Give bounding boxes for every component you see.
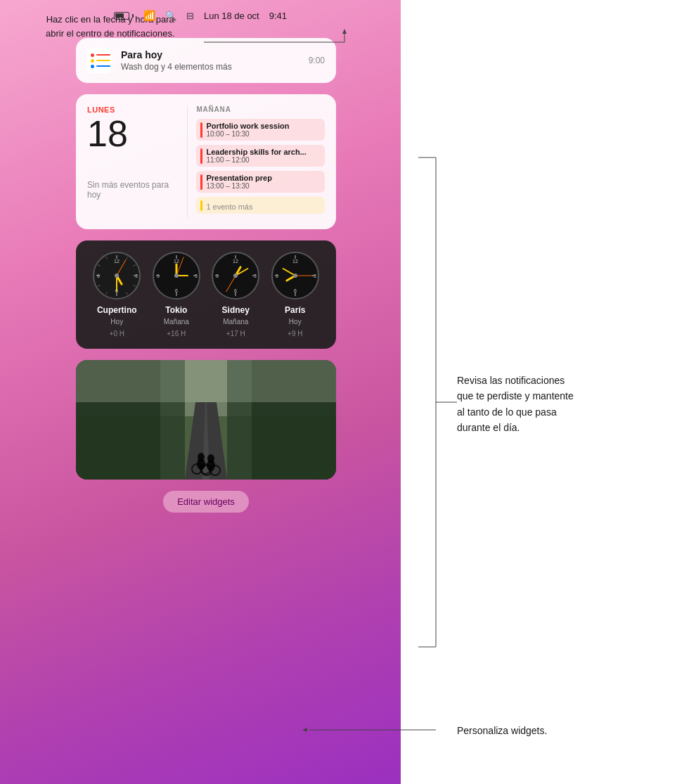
calendar-widget[interactable]: LUNES 18 Sin más eventos para hoy MAÑANA…	[76, 94, 336, 229]
dot-blue	[91, 65, 94, 68]
calendar-event-1[interactable]: Portfolio work session 10:00 – 10:30	[196, 119, 325, 141]
calendar-right: MAÑANA Portfolio work session 10:00 – 10…	[187, 105, 325, 218]
clock-sub-paris: Hoy	[289, 318, 302, 326]
event-info-3: Presentation prep 13:00 – 13:30	[206, 174, 321, 190]
clock-face-paris: 12 6 3 9	[271, 252, 319, 300]
calendar-day-number: 18	[87, 115, 179, 152]
battery-icon	[114, 12, 134, 20]
svg-point-72	[207, 454, 214, 463]
clock-sub-tokio: Mañana	[164, 318, 189, 326]
rem-line-yellow	[96, 60, 110, 61]
reminders-subtitle: Wash dog y 4 elementos más	[121, 62, 300, 72]
calendar-more[interactable]: 1 evento más	[196, 197, 325, 214]
calendar-left: LUNES 18 Sin más eventos para hoy	[87, 105, 187, 218]
clock-city-tokio: Tokio	[165, 305, 187, 315]
dot-red	[91, 53, 94, 57]
svg-point-70	[198, 453, 205, 461]
search-icon: 🔍	[165, 11, 176, 21]
edit-widgets-container: Editar widgets	[76, 491, 336, 520]
event-time-2: 11:00 – 12:00	[206, 156, 321, 164]
event-info-2: Leadership skills for arch... 11:00 – 12…	[206, 148, 321, 164]
menubar-time[interactable]: 9:41	[269, 11, 287, 21]
reminders-widget[interactable]: Para hoy Wash dog y 4 elementos más 9:00	[76, 38, 336, 83]
menubar: 📶 🔍 ⊟ Lun 18 de oct 9:41	[0, 0, 401, 31]
event-bar-more	[200, 200, 202, 211]
calendar-no-events: Sin más eventos para hoy	[87, 180, 179, 200]
svg-text:12: 12	[233, 259, 238, 264]
svg-text:12: 12	[174, 259, 179, 264]
control-center-icon: ⊟	[186, 11, 194, 21]
clock-offset-paris: +9 H	[288, 330, 302, 338]
middle-annotation: Revisa las notificaciones que te perdist…	[457, 373, 574, 436]
svg-text:6: 6	[294, 288, 297, 293]
svg-rect-68	[76, 360, 336, 402]
clock-sub-sidney: Mañana	[223, 318, 248, 326]
wifi-icon: 📶	[143, 10, 155, 21]
clock-face-sidney: 12 6 3 9	[212, 252, 259, 300]
battery-fill	[115, 13, 124, 18]
svg-point-8	[115, 274, 119, 278]
calendar-manana-label: MAÑANA	[196, 105, 325, 113]
clock-sidney: 12 6 3 9 Sidney Mañana +17 H	[212, 252, 259, 338]
clock-sub-cupertino: Hoy	[110, 318, 123, 326]
dot-yellow	[91, 59, 94, 63]
svg-text:6: 6	[115, 288, 118, 293]
clock-city-paris: París	[285, 305, 305, 315]
svg-point-55	[293, 274, 297, 278]
event-title-3: Presentation prep	[206, 174, 321, 182]
reminders-icon	[87, 48, 112, 73]
svg-text:12: 12	[114, 259, 120, 264]
battery-tip	[132, 14, 134, 18]
svg-text:12: 12	[292, 259, 298, 264]
event-title-1: Portfolio work session	[206, 122, 321, 130]
bottom-annotation: Personaliza widgets.	[457, 723, 547, 738]
rem-line-red	[96, 54, 110, 56]
event-title-2: Leadership skills for arch...	[206, 148, 321, 156]
clock-tokio: 12 6 3 9 Tokio Mañana +16 H	[153, 252, 200, 338]
reminders-content: Para hoy Wash dog y 4 elementos más	[121, 49, 300, 72]
battery-body	[114, 12, 129, 20]
event-bar-3	[200, 174, 202, 190]
svg-text:3: 3	[135, 274, 138, 278]
reminders-dot-red	[91, 53, 110, 57]
clock-paris: 12 6 3 9 París Hoy +9 H	[271, 252, 319, 338]
menubar-center: 📶 🔍 ⊟ Lun 18 de oct 9:41	[114, 10, 287, 21]
rem-line-blue	[96, 65, 110, 67]
calendar-event-2[interactable]: Leadership skills for arch... 11:00 – 12…	[196, 145, 325, 167]
event-time-3: 13:00 – 13:30	[206, 182, 321, 190]
clock-face-cupertino: 12 6 3 9	[93, 252, 141, 300]
event-bar-2	[200, 148, 202, 164]
clock-offset-cupertino: +0 H	[110, 330, 124, 338]
event-bar-1	[200, 122, 202, 138]
photo-widget[interactable]	[76, 360, 336, 480]
svg-text:9: 9	[97, 274, 100, 278]
event-info-1: Portfolio work session 10:00 – 10:30	[206, 122, 321, 138]
clock-city-sidney: Sidney	[222, 305, 250, 315]
calendar-event-3[interactable]: Presentation prep 13:00 – 13:30	[196, 171, 325, 193]
calendar-more-text: 1 evento más	[206, 203, 252, 211]
svg-point-29	[174, 274, 179, 278]
clock-offset-tokio: +16 H	[167, 330, 186, 338]
notification-center: Para hoy Wash dog y 4 elementos más 9:00…	[76, 31, 336, 520]
svg-text:6: 6	[175, 288, 178, 293]
event-time-1: 10:00 – 10:30	[206, 130, 321, 138]
svg-point-42	[233, 274, 238, 278]
reminders-dot-yellow	[91, 59, 110, 63]
svg-text:6: 6	[234, 288, 237, 293]
clock-city-cupertino: Cupertino	[97, 305, 137, 315]
menubar-date[interactable]: Lun 18 de oct	[204, 11, 259, 21]
clock-offset-sidney: +17 H	[226, 330, 245, 338]
clock-widget[interactable]: 12 6 3 9 Cupertino Hoy +0 H 12	[76, 240, 336, 349]
reminders-time: 9:00	[309, 56, 325, 65]
photo-scene	[76, 360, 336, 480]
edit-widgets-button[interactable]: Editar widgets	[163, 491, 249, 513]
reminders-dot-blue	[91, 65, 110, 68]
reminders-title: Para hoy	[121, 49, 300, 60]
clock-face-tokio: 12 6 3 9	[153, 252, 200, 300]
photo-svg	[76, 360, 336, 480]
clock-cupertino: 12 6 3 9 Cupertino Hoy +0 H	[93, 252, 141, 338]
